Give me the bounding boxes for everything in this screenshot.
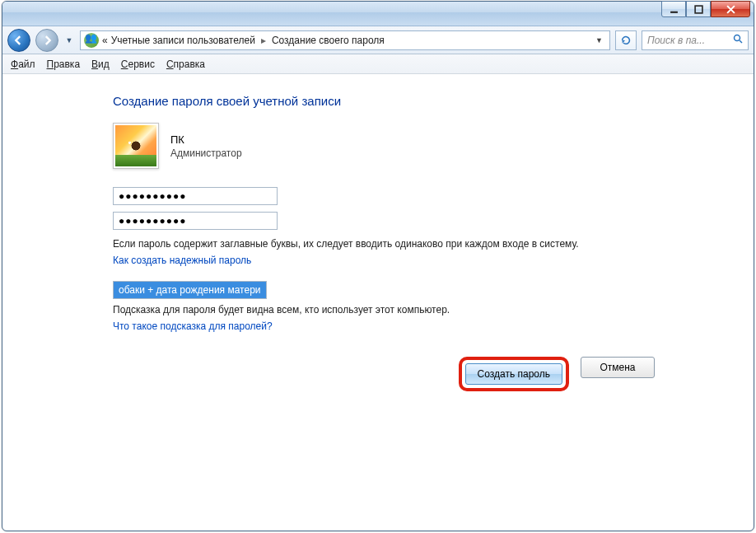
spacer bbox=[113, 391, 737, 490]
maximize-icon bbox=[694, 5, 703, 14]
password-hint-field[interactable]: обаки + дата рождения матери bbox=[113, 281, 267, 299]
create-password-button[interactable]: Создать пароль bbox=[465, 363, 562, 385]
user-info: ПК Администратор bbox=[170, 133, 242, 159]
caps-note: Если пароль содержит заглавные буквы, их… bbox=[113, 236, 737, 251]
user-name: ПК bbox=[170, 133, 242, 146]
menu-service[interactable]: Сервис bbox=[121, 58, 155, 70]
avatar-image bbox=[115, 125, 156, 166]
page-title: Создание пароля своей учетной записи bbox=[113, 94, 737, 108]
svg-rect-1 bbox=[695, 6, 702, 13]
breadcrumb-prefix: « bbox=[102, 35, 108, 46]
user-accounts-icon bbox=[84, 33, 99, 48]
search-icon bbox=[733, 34, 743, 46]
arrow-right-icon bbox=[42, 35, 52, 45]
link-hint-help[interactable]: Что такое подсказка для паролей? bbox=[113, 320, 273, 332]
link-strong-password[interactable]: Как создать надежный пароль bbox=[113, 255, 251, 266]
content-area: Создание пароля своей учетной записи ПК … bbox=[2, 74, 754, 531]
navbar: ▼ « Учетные записи пользователей ▸ Созда… bbox=[2, 26, 754, 54]
user-role: Администратор bbox=[170, 147, 242, 159]
titlebar bbox=[2, 2, 754, 26]
button-row: Создать пароль Отмена bbox=[113, 357, 737, 391]
nav-back-button[interactable] bbox=[7, 29, 30, 52]
minimize-icon bbox=[670, 5, 679, 14]
user-block: ПК Администратор bbox=[113, 123, 737, 169]
menubar: Файл Правка Вид Сервис Справка bbox=[2, 54, 754, 74]
maximize-button[interactable] bbox=[686, 1, 711, 17]
nav-history-dropdown[interactable]: ▼ bbox=[63, 36, 75, 44]
nav-forward-button[interactable] bbox=[35, 29, 58, 52]
search-placeholder: Поиск в па... bbox=[647, 35, 705, 46]
menu-view[interactable]: Вид bbox=[91, 58, 110, 70]
breadcrumb-item-1[interactable]: Учетные записи пользователей bbox=[111, 35, 255, 46]
refresh-button[interactable] bbox=[615, 30, 637, 50]
search-input[interactable]: Поиск в па... bbox=[642, 30, 749, 50]
addressbar-dropdown-icon[interactable]: ▼ bbox=[592, 36, 606, 44]
minimize-button[interactable] bbox=[661, 1, 686, 17]
breadcrumb-item-2[interactable]: Создание своего пароля bbox=[272, 35, 385, 46]
avatar bbox=[113, 123, 159, 169]
close-icon bbox=[726, 5, 735, 14]
hint-note: Подсказка для пароля будет видна всем, к… bbox=[113, 302, 737, 317]
address-bar[interactable]: « Учетные записи пользователей ▸ Создани… bbox=[80, 30, 610, 50]
window-frame: ▼ « Учетные записи пользователей ▸ Созда… bbox=[2, 1, 754, 531]
menu-help[interactable]: Справка bbox=[166, 58, 205, 70]
password-confirm-field[interactable]: ●●●●●●●●●● bbox=[113, 212, 278, 230]
password-field[interactable]: ●●●●●●●●●● bbox=[113, 187, 278, 205]
menu-file[interactable]: Файл bbox=[11, 58, 35, 70]
highlight-annotation: Создать пароль bbox=[459, 357, 569, 391]
breadcrumb-separator-icon: ▸ bbox=[259, 35, 268, 46]
svg-line-3 bbox=[740, 40, 742, 43]
arrow-left-icon bbox=[14, 35, 24, 45]
close-button[interactable] bbox=[711, 1, 750, 17]
password-mask: ●●●●●●●●●● bbox=[119, 190, 186, 202]
menu-edit[interactable]: Правка bbox=[47, 58, 81, 70]
svg-rect-0 bbox=[670, 11, 678, 12]
refresh-icon bbox=[620, 35, 632, 46]
password-confirm-mask: ●●●●●●●●●● bbox=[119, 215, 186, 227]
svg-point-2 bbox=[735, 35, 740, 41]
window-controls bbox=[661, 1, 750, 17]
cancel-button[interactable]: Отмена bbox=[581, 357, 655, 378]
